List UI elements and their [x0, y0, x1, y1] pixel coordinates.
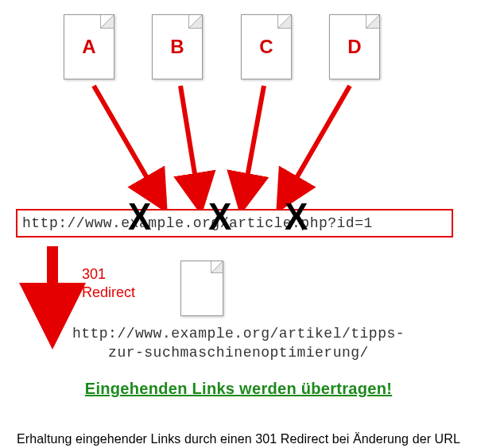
redirect-label: 301 Redirect	[82, 265, 135, 301]
svg-line-0	[94, 86, 159, 199]
source-doc-a: A	[64, 14, 114, 79]
redirect-label-line1: 301	[82, 265, 135, 284]
success-message: Eingehenden Links werden übertragen!	[19, 380, 458, 398]
old-url-box: http://www.example.org/article.php?id=1	[16, 209, 453, 238]
svg-line-3	[285, 86, 350, 199]
svg-line-2	[243, 86, 264, 199]
diagram-stage: { "docs": { "a": "A", "b": "B", "c": "C"…	[0, 0, 477, 448]
redirect-label-line2: Redirect	[82, 284, 135, 302]
new-url-line2: zur-suchmaschinenoptimierung/	[0, 343, 477, 362]
figure-caption: Erhaltung eingehender Links durch einen …	[0, 432, 477, 446]
new-url-line1: http://www.example.org/artikel/tipps-	[0, 324, 477, 343]
doc-label: C	[242, 36, 291, 58]
source-doc-d: D	[329, 14, 380, 79]
old-url-text: http://www.example.org/article.php?id=1	[22, 215, 373, 231]
new-url-text: http://www.example.org/artikel/tipps- zu…	[0, 324, 477, 363]
doc-label: D	[330, 36, 379, 58]
source-doc-c: C	[241, 14, 292, 79]
cross-out-icon: X	[285, 195, 308, 238]
source-doc-b: B	[152, 14, 203, 79]
svg-line-1	[180, 86, 199, 199]
target-doc	[180, 261, 223, 316]
doc-label: B	[153, 36, 202, 58]
cross-out-icon: X	[128, 195, 151, 238]
doc-label: A	[64, 36, 114, 58]
cross-out-icon: X	[208, 195, 231, 238]
